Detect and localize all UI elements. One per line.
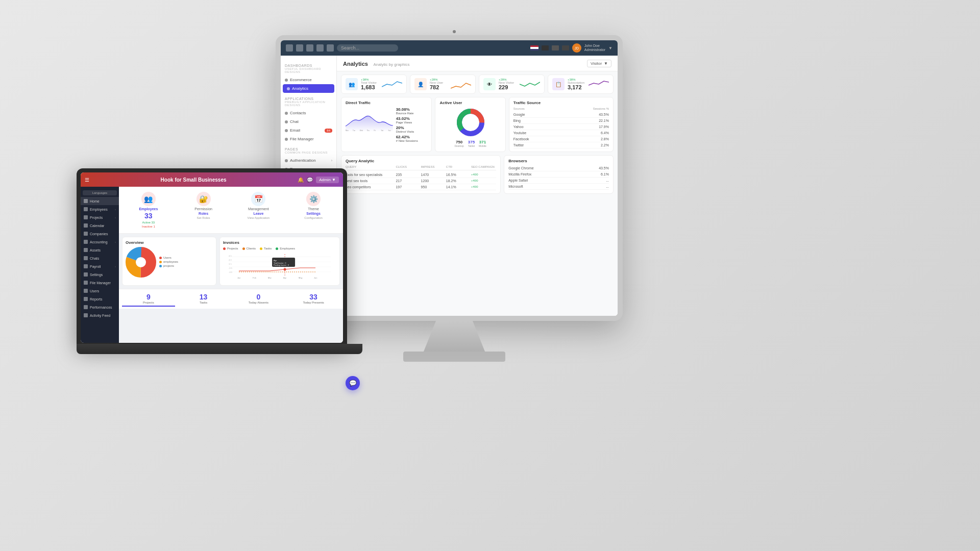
stat-info-visitor: +38% Total Visitor 1,683 (361, 78, 379, 90)
inv-dot-tasks (260, 247, 262, 250)
dot-icon (285, 79, 288, 82)
nav-item-companies[interactable]: Companies (81, 230, 119, 238)
new-visitor-icon: 👁 (483, 78, 496, 90)
direct-traffic-card: Direct Traffic (341, 97, 432, 152)
mobile-stat: 371 Mobile (479, 140, 486, 147)
file-icon[interactable] (286, 44, 293, 52)
chat-icon[interactable] (296, 44, 303, 52)
chat-icon[interactable]: 💬 (307, 177, 313, 183)
dropdown-chevron-icon[interactable]: ▼ (608, 46, 612, 51)
pie-legend: Users employees projects (159, 256, 178, 268)
sidebar-item-auth[interactable]: Authentication › (281, 156, 336, 165)
legend-dot-projects (159, 265, 162, 267)
icon-btn2[interactable] (552, 45, 559, 51)
page-views-label: Page Views (396, 121, 428, 124)
bottom-stat-projects[interactable]: 9 Projects (122, 291, 175, 307)
stat-subscription: 📋 +38% Subscription 3,172 (548, 74, 614, 94)
sparkline-chart (589, 79, 609, 89)
charts-row: Direct Traffic (337, 97, 618, 155)
sidebar-item-filemanager[interactable]: File Manager (281, 135, 336, 143)
sidebar-item-analytics[interactable]: Analytics (283, 84, 334, 93)
inv-dot-projects (223, 247, 226, 250)
mail-icon[interactable] (306, 44, 313, 52)
pie-chart-container: Users employees projects (126, 247, 213, 278)
nav-item-reports[interactable]: Reports (81, 295, 119, 303)
user-avatar[interactable]: JD (572, 43, 581, 53)
inv-legend-projects: Projects (223, 247, 238, 250)
query-row-3: seo competitors 197 950 14.1% +400 (346, 184, 496, 190)
svg-text:Sun: Sun (388, 130, 391, 132)
svg-text:May: May (299, 277, 303, 279)
laptop-screen: ☰ Hook for Small Businesses 🔔 💬 Admin ▼ … (81, 172, 343, 343)
nav-item-accounting[interactable]: Accounting › (81, 238, 119, 246)
chats-icon (84, 256, 88, 260)
nav-item-calendar[interactable]: Calendar (81, 221, 119, 230)
svg-text:Mar: Mar (268, 277, 272, 279)
pie-chart (126, 247, 156, 278)
chevron-right-icon: › (331, 159, 332, 162)
nav-item-employees[interactable]: Employees › (81, 205, 119, 213)
traffic-row-facebook: Facebook 2.8% (513, 136, 609, 142)
bounce-rate-value: 30.08% (396, 107, 428, 112)
settings-sub2: Configuration (304, 216, 323, 219)
bottom-stat-presents[interactable]: 33 Today Presents (287, 291, 340, 307)
new-user-icon: 👤 (414, 78, 427, 90)
svg-text:Sat: Sat (381, 130, 384, 132)
sidebar-item-ecommerce[interactable]: Ecommerce (281, 76, 336, 84)
icon-btn1[interactable] (542, 45, 549, 51)
stat-total-visitor: 👥 +38% Total Visitor 1,683 (341, 74, 407, 94)
stat-new-user: 👤 +28% New User 782 (410, 74, 476, 94)
sparkline-chart (520, 79, 540, 89)
active-user-card: Active User 750 (435, 97, 505, 152)
nav-item-home[interactable]: Home (81, 197, 119, 205)
admin-dropdown[interactable]: Admin ▼ (316, 177, 339, 183)
quick-roles[interactable]: 🔐 Permission Roles Set Roles (177, 190, 230, 230)
laptop-main: 👥 Employees 33 Active 33 Inactive 1 🔐 (119, 187, 343, 343)
reports-icon (84, 297, 88, 301)
sidebar-item-chat[interactable]: Chat (281, 117, 336, 126)
notifications-icon[interactable]: 🔔 (298, 177, 304, 183)
nav-item-settings[interactable]: Settings (81, 270, 119, 279)
nav-item-projects[interactable]: Projects › (81, 213, 119, 221)
query-table-header: QUERY CLICKS IMPRESS CTR SEO CAMPAIGN (346, 165, 496, 170)
stat-info-newvisitor: +28% New Visitor 229 (499, 78, 517, 90)
donut-numbers: 750 Desktop 375 Tablet 371 (454, 140, 486, 147)
hamburger-icon[interactable]: ☰ (85, 177, 89, 183)
laptop-bottom (77, 344, 362, 354)
user-info: John Doe Administrator (584, 44, 605, 53)
analytics-page-header: Analytics Analytic by graphics Visitor ▼ (337, 56, 618, 71)
sparkline-chart (451, 79, 471, 89)
monitor-search-input[interactable]: Search... (337, 44, 398, 52)
quick-leave[interactable]: 📅 Management Leave View Application (232, 190, 285, 230)
overview-card: Overview (122, 237, 216, 286)
dot-icon (285, 159, 288, 162)
nav-item-chats[interactable]: Chats (81, 254, 119, 262)
distinct-visits-label: Distinct Visits (396, 130, 428, 133)
bottom-stat-absents[interactable]: 0 Today Absents (232, 291, 285, 307)
bottom-stat-tasks[interactable]: 13 Tasks (177, 291, 230, 307)
nav-item-assets[interactable]: Assets (81, 246, 119, 254)
nav-item-users[interactable]: Users (81, 287, 119, 295)
nav-item-filemanager[interactable]: File Manager (81, 279, 119, 287)
home-icon (84, 199, 88, 203)
icon-btn3[interactable] (562, 45, 569, 51)
sidebar-item-email[interactable]: Email 84 (281, 126, 336, 135)
nav-item-performances[interactable]: Performances (81, 303, 119, 311)
nav-item-payroll[interactable]: Payroll › (81, 262, 119, 270)
nav-item-activity[interactable]: Activity Feed (81, 311, 119, 319)
language-selector[interactable]: Languages (83, 190, 117, 195)
sidebar-item-contacts[interactable]: Contacts (281, 109, 336, 117)
svg-text:Apr: Apr (274, 259, 277, 262)
quick-settings[interactable]: ⚙️ Theme Settings Configuration (287, 190, 340, 230)
donut-chart (455, 107, 486, 138)
invoices-chart: 4.5 4.0 3.5 -0.5 -4.5 (223, 252, 336, 282)
stat-new-visitor: 👁 +28% New Visitor 229 (479, 74, 545, 94)
quick-employees[interactable]: 👥 Employees 33 Active 33 Inactive 1 (122, 190, 175, 230)
chart-icon[interactable] (327, 44, 334, 52)
users-icon[interactable] (316, 44, 324, 52)
dot-icon (285, 120, 288, 123)
visitor-dropdown[interactable]: Visitor ▼ (587, 60, 611, 67)
svg-text:Jun: Jun (314, 277, 317, 279)
monitor-base (403, 352, 505, 362)
bottom-stats-row: 9 Projects 13 Tasks 0 Today Absents 33 (119, 289, 343, 309)
